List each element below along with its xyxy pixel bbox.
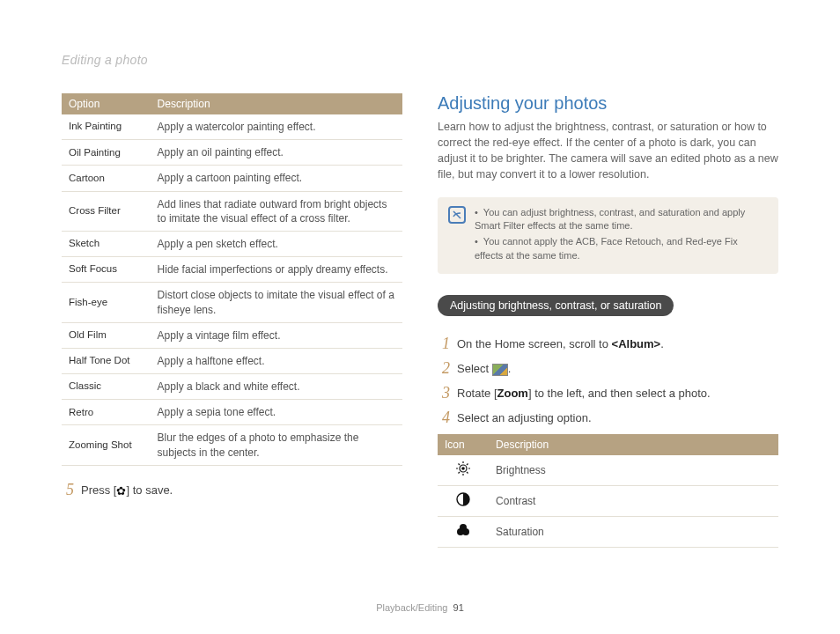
option-name: Zooming Shot: [62, 425, 151, 465]
option-desc: Add lines that radiate outward from brig…: [151, 191, 402, 231]
contrast-icon: [438, 486, 489, 517]
option-name: Half Tone Dot: [62, 348, 151, 373]
note-item: You cannot apply the ACB, Face Retouch, …: [475, 235, 768, 262]
step-number: 2: [438, 360, 450, 376]
table-row: RetroApply a sepia tone effect.: [62, 400, 402, 425]
option-name: Fish-eye: [62, 283, 151, 322]
macro-flower-icon: ✿: [116, 484, 126, 498]
bold-text: <Album>: [612, 337, 661, 350]
icon-table: Icon Description BrightnessContrastSatur…: [438, 434, 778, 548]
steps-list: 1On the Home screen, scroll to <Album>.2…: [438, 335, 778, 425]
bold-text: Zoom: [497, 387, 528, 400]
footer-section: Playback/Editing: [376, 602, 447, 613]
option-desc: Apply a pen sketch effect.: [151, 231, 402, 256]
option-desc: Distort close objects to imitate the vis…: [151, 283, 402, 322]
step-number: 5: [62, 482, 74, 498]
note-item: You can adjust brightness, contrast, and…: [475, 206, 768, 233]
option-desc: Apply a halftone effect.: [151, 348, 402, 373]
option-name: Ink Painting: [62, 114, 151, 140]
section-intro: Learn how to adjust the brightness, cont…: [438, 119, 778, 183]
table-row: Soft FocusHide facial imperfections or a…: [62, 257, 402, 283]
option-name: Classic: [62, 374, 151, 400]
option-desc: Hide facial imperfections or apply dream…: [151, 257, 402, 283]
step-text: Select an adjusting option.: [457, 409, 592, 424]
table-row: Ink PaintingApply a watercolor painting …: [62, 114, 402, 140]
step-5: 5 Press [✿] to save.: [62, 482, 402, 498]
step: 4Select an adjusting option.: [438, 409, 778, 425]
icon-header-icon: Icon: [438, 434, 489, 455]
options-table: Option Description Ink PaintingApply a w…: [62, 93, 402, 466]
option-name: Old Film: [62, 322, 151, 348]
table-row: Saturation: [438, 517, 778, 548]
option-name: Oil Painting: [62, 140, 151, 166]
option-desc: Apply a vintage film effect.: [151, 322, 402, 348]
step-number: 4: [438, 409, 450, 425]
svg-point-13: [460, 524, 467, 531]
option-desc: Apply a black and white effect.: [151, 374, 402, 400]
svg-point-9: [461, 467, 465, 470]
note-list: You can adjust brightness, contrast, and…: [475, 206, 768, 266]
option-desc: Apply an oil painting effect.: [151, 140, 402, 166]
step5-post: ] to save.: [126, 483, 173, 497]
step-text: On the Home screen, scroll to <Album>.: [457, 335, 664, 350]
step-text: Rotate [Zoom] to the left, and then sele…: [457, 385, 711, 400]
option-desc: Blur the edges of a photo to emphasize t…: [151, 425, 402, 465]
option-name: Sketch: [62, 231, 151, 256]
svg-line-8: [467, 464, 468, 466]
left-column: Option Description Ink PaintingApply a w…: [62, 93, 402, 548]
icon-header-desc: Description: [489, 434, 778, 455]
table-row: Fish-eyeDistort close objects to imitate…: [62, 283, 402, 322]
note-box: You can adjust brightness, contrast, and…: [438, 197, 778, 275]
table-row: SketchApply a pen sketch effect.: [62, 231, 402, 256]
options-header-option: Option: [62, 93, 151, 114]
step-text: Select .: [457, 360, 511, 376]
content-columns: Option Description Ink PaintingApply a w…: [62, 93, 778, 548]
icon-desc: Saturation: [489, 517, 778, 548]
table-row: Contrast: [438, 486, 778, 517]
option-name: Retro: [62, 400, 151, 425]
saturation-icon: [438, 517, 489, 548]
svg-line-7: [459, 472, 461, 474]
step-text: Press [✿] to save.: [81, 482, 173, 498]
option-desc: Apply a sepia tone effect.: [151, 400, 402, 425]
step: 3Rotate [Zoom] to the left, and then sel…: [438, 385, 778, 401]
table-row: Half Tone DotApply a halftone effect.: [62, 348, 402, 373]
table-row: ClassicApply a black and white effect.: [62, 374, 402, 400]
table-row: Zooming ShotBlur the edges of a photo to…: [62, 425, 402, 465]
option-name: Cartoon: [62, 166, 151, 191]
table-row: Cross FilterAdd lines that radiate outwa…: [62, 191, 402, 231]
photo-edit-icon: [492, 364, 508, 376]
section-title: Adjusting your photos: [438, 93, 778, 114]
step-number: 3: [438, 385, 450, 401]
step5-pre: Press [: [81, 483, 116, 497]
footer-page: 91: [453, 602, 464, 613]
option-desc: Apply a watercolor painting effect.: [151, 114, 402, 140]
step: 2Select .: [438, 360, 778, 376]
note-icon: [448, 206, 466, 224]
table-row: Old FilmApply a vintage film effect.: [62, 322, 402, 348]
option-desc: Apply a cartoon painting effect.: [151, 166, 402, 191]
svg-line-6: [467, 472, 468, 474]
table-row: CartoonApply a cartoon painting effect.: [62, 166, 402, 191]
right-column: Adjusting your photos Learn how to adjus…: [438, 93, 778, 548]
page-header: Editing a photo: [62, 53, 778, 67]
page-footer: Playback/Editing 91: [0, 602, 840, 613]
icon-desc: Brightness: [489, 455, 778, 486]
subsection-pill: Adjusting brightness, contrast, or satur…: [438, 295, 674, 316]
option-name: Soft Focus: [62, 257, 151, 283]
step-number: 1: [438, 335, 450, 351]
options-header-desc: Description: [151, 93, 402, 114]
icon-desc: Contrast: [489, 486, 778, 517]
brightness-icon: [438, 455, 489, 486]
step: 1On the Home screen, scroll to <Album>.: [438, 335, 778, 351]
svg-line-5: [459, 464, 461, 466]
table-row: Brightness: [438, 455, 778, 486]
option-name: Cross Filter: [62, 191, 151, 231]
table-row: Oil PaintingApply an oil painting effect…: [62, 140, 402, 166]
